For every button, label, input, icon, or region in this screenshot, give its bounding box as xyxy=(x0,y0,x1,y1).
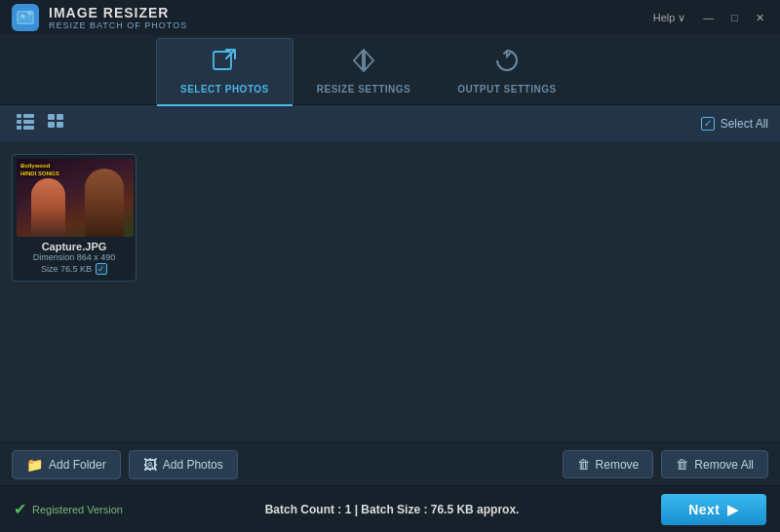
status-bar: ✔ Registered Version Batch Count : 1 | B… xyxy=(0,485,780,532)
svg-rect-10 xyxy=(23,126,34,130)
photo-checkbox[interactable] xyxy=(96,263,107,275)
thumb-person1 xyxy=(85,169,124,237)
svg-rect-5 xyxy=(17,114,21,118)
thumb-person2 xyxy=(31,178,65,237)
svg-rect-14 xyxy=(57,122,63,128)
help-label: Help xyxy=(653,12,676,23)
next-button[interactable]: Next ▶ xyxy=(661,494,766,525)
photo-name: Capture.JPG xyxy=(19,241,130,252)
window-controls: Help ∨ — □ ✕ xyxy=(645,0,772,35)
thumb-inner: BollywoodHINDI SONGS xyxy=(17,159,134,237)
next-label: Next xyxy=(688,502,720,517)
remove-label: Remove xyxy=(596,458,640,472)
maximize-button[interactable]: □ xyxy=(723,8,746,27)
svg-rect-9 xyxy=(17,126,21,130)
tab-resize-settings-label: RESIZE SETTINGS xyxy=(317,84,410,95)
add-photos-label: Add Photos xyxy=(163,458,223,472)
trash-icon: 🗑 xyxy=(577,457,590,472)
title-bar: IMAGE RESIZER RESIZE BATCH OF PHOTOS Hel… xyxy=(0,0,780,35)
svg-marker-4 xyxy=(365,51,373,70)
image-add-icon: 🖼 xyxy=(143,457,157,473)
app-title: IMAGE RESIZER RESIZE BATCH OF PHOTOS xyxy=(49,5,187,30)
batch-prefix: Batch Count : xyxy=(265,503,345,516)
select-all-area[interactable]: Select All xyxy=(701,117,768,131)
batch-size: 76.5 KB approx. xyxy=(431,503,520,516)
svg-rect-11 xyxy=(48,114,55,120)
svg-rect-12 xyxy=(57,114,63,120)
minimize-button[interactable]: — xyxy=(695,8,722,27)
add-right-buttons: 🗑 Remove 🗑 Remove All xyxy=(563,450,768,478)
tabs-bar: SELECT PHOTOS RESIZE SETTINGS OUTPUT SET… xyxy=(0,35,780,105)
select-all-checkbox[interactable] xyxy=(701,117,715,131)
list-view-button[interactable] xyxy=(12,111,39,136)
output-settings-icon xyxy=(493,47,521,80)
add-bar: 📁 Add Folder 🖼 Add Photos 🗑 Remove 🗑 Rem… xyxy=(0,442,780,485)
svg-rect-8 xyxy=(23,120,34,124)
check-icon: ✔ xyxy=(14,500,26,518)
resize-settings-icon xyxy=(350,47,377,80)
view-buttons xyxy=(12,111,70,136)
photo-size: Size 76.5 KB xyxy=(41,264,92,274)
app-subtitle: RESIZE BATCH OF PHOTOS xyxy=(49,20,187,30)
select-photos-icon xyxy=(211,47,238,80)
chevron-down-icon: ∨ xyxy=(678,12,685,24)
registered-version: ✔ Registered Version xyxy=(14,500,123,518)
toolbar: Select All xyxy=(0,105,780,142)
registered-label: Registered Version xyxy=(32,504,123,515)
app-name: IMAGE RESIZER xyxy=(49,5,187,20)
main-content: BollywoodHINDI SONGS Capture.JPG Dimensi… xyxy=(0,142,780,442)
next-arrow-icon: ▶ xyxy=(727,502,739,517)
photo-info: Capture.JPG Dimension 864 x 490 Size 76.… xyxy=(17,237,132,277)
tab-select-photos-label: SELECT PHOTOS xyxy=(180,84,269,95)
select-all-label: Select All xyxy=(721,117,768,131)
app-logo xyxy=(12,4,39,31)
svg-rect-13 xyxy=(48,122,55,128)
svg-rect-6 xyxy=(23,114,34,118)
photo-card[interactable]: BollywoodHINDI SONGS Capture.JPG Dimensi… xyxy=(12,154,136,282)
tab-output-settings[interactable]: OUTPUT SETTINGS xyxy=(434,39,579,104)
add-left-buttons: 📁 Add Folder 🖼 Add Photos xyxy=(12,450,238,479)
tab-resize-settings[interactable]: RESIZE SETTINGS xyxy=(293,39,434,104)
close-button[interactable]: ✕ xyxy=(748,8,772,28)
tab-output-settings-label: OUTPUT SETTINGS xyxy=(457,84,556,95)
photo-thumbnail: BollywoodHINDI SONGS xyxy=(17,159,134,237)
tab-select-photos[interactable]: SELECT PHOTOS xyxy=(156,38,293,104)
add-folder-label: Add Folder xyxy=(49,458,106,472)
svg-rect-2 xyxy=(214,52,231,69)
remove-all-button[interactable]: 🗑 Remove All xyxy=(661,450,768,478)
trash-all-icon: 🗑 xyxy=(676,457,688,472)
batch-info: Batch Count : 1 | Batch Size : 76.5 KB a… xyxy=(265,503,520,516)
photo-grid: BollywoodHINDI SONGS Capture.JPG Dimensi… xyxy=(12,154,768,282)
photo-dimension: Dimension 864 x 490 xyxy=(19,252,130,262)
grid-view-button[interactable] xyxy=(43,111,70,136)
svg-rect-7 xyxy=(17,120,21,124)
add-photos-button[interactable]: 🖼 Add Photos xyxy=(129,450,238,479)
photo-size-row: Size 76.5 KB xyxy=(19,263,130,275)
batch-sep: | Batch Size : xyxy=(351,503,430,516)
add-folder-button[interactable]: 📁 Add Folder xyxy=(12,450,121,479)
remove-all-label: Remove All xyxy=(694,458,754,472)
help-button[interactable]: Help ∨ xyxy=(645,8,694,28)
remove-button[interactable]: 🗑 Remove xyxy=(563,450,654,478)
svg-marker-3 xyxy=(354,51,363,70)
folder-icon: 📁 xyxy=(26,457,43,473)
thumb-text-overlay: BollywoodHINDI SONGS xyxy=(20,163,59,178)
